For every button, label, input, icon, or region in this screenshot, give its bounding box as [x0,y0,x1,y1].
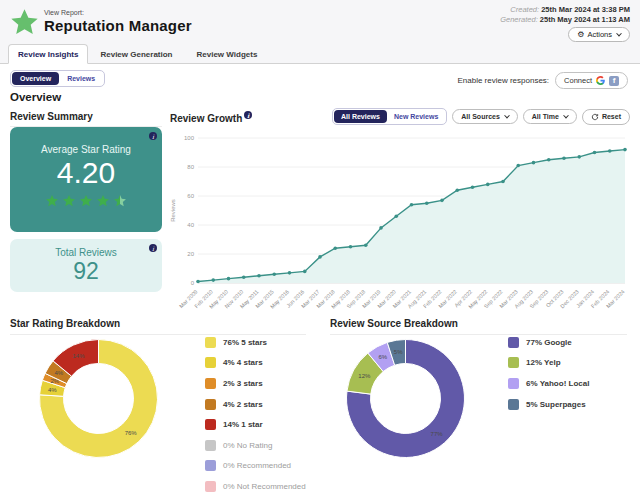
enable-review-responses-label: Enable review responses: [457,76,549,85]
star-icon [96,194,110,208]
reputation-manager-page: View Report: Reputation Manager Created:… [0,0,640,499]
main-content: Overview Reviews Enable review responses… [0,64,640,499]
info-icon[interactable]: i [149,132,157,140]
facebook-icon: f [609,76,619,86]
average-rating-label: Average Star Rating [10,144,162,155]
legend-swatch [205,337,216,348]
refresh-icon [591,113,599,121]
tab-review-insights[interactable]: Review Insights [8,44,88,64]
star-icon [62,194,76,208]
review-growth-chart: 020406080100ReviewsMar 2009Feb 2010May 2… [168,130,633,318]
legend-swatch [205,357,216,368]
legend-item[interactable]: 5% Superpages [508,394,589,415]
all-time-label: All Time [532,113,559,120]
overview-heading: Overview [10,91,61,103]
enable-review-responses: Enable review responses: Connect f [457,72,628,89]
tab-review-generation[interactable]: Review Generation [88,45,184,63]
all-time-dropdown[interactable]: All Time [523,109,577,124]
review-summary-title: Review Summary [10,111,162,127]
info-icon[interactable]: i [149,244,157,252]
chevron-down-icon [504,112,510,118]
source-breakdown-legend: 77% Google12% Yelp6% Yahoo! Local5% Supe… [508,332,589,414]
legend-label: 4% 2 stars [223,400,263,409]
overview-toggle-button[interactable]: Overview [12,72,59,85]
page-title: Reputation Manager [44,17,192,34]
total-reviews-label: Total Reviews [10,247,162,258]
info-icon[interactable]: i [244,111,252,119]
legend-item[interactable]: 6% Yahoo! Local [508,373,589,394]
legend-item[interactable]: 0% No Rating [205,435,306,456]
legend-item[interactable]: 0% Recommended [205,456,306,477]
google-icon [596,76,605,85]
legend-label: 12% Yelp [526,358,561,367]
generated-value: 25th May 2024 at 1:13 AM [540,15,630,24]
svg-text:6%: 6% [379,354,388,360]
actions-button[interactable]: ⚙ Actions [568,27,630,42]
connect-label: Connect [564,76,592,85]
legend-swatch [205,481,216,492]
created-value: 25th Mar 2024 at 3:38 PM [541,5,630,14]
svg-text:60: 60 [187,193,194,199]
svg-text:76%: 76% [125,430,138,436]
legend-swatch [508,399,519,410]
all-sources-label: All Sources [461,113,500,120]
legend-swatch [205,440,216,451]
legend-swatch [508,337,519,348]
star-icon [45,194,59,208]
legend-label: 0% Recommended [223,461,291,470]
legend-label: 5% Superpages [526,400,586,409]
svg-text:0: 0 [191,280,195,286]
legend-label: 14% 1 star [223,420,263,429]
growth-chart-controls: All Reviews New Reviews All Sources All … [332,108,630,125]
svg-text:80: 80 [187,164,194,170]
legend-label: 76% 5 stars [223,338,267,347]
reset-label: Reset [602,113,621,120]
all-reviews-button[interactable]: All Reviews [334,110,387,123]
total-reviews-value: 92 [10,258,162,284]
gear-icon: ⚙ [577,31,584,39]
legend-swatch [508,357,519,368]
all-sources-dropdown[interactable]: All Sources [452,109,518,124]
legend-label: 0% No Rating [223,441,272,450]
star-icon [113,194,127,208]
overview-reviews-toggle: Overview Reviews [10,70,105,87]
star-logo-icon [9,7,40,38]
legend-swatch [508,378,519,389]
reviews-filter-group: All Reviews New Reviews [332,108,447,125]
generated-label: Generated: [500,15,538,24]
reviews-toggle-button[interactable]: Reviews [59,72,103,85]
legend-item[interactable]: 2% 3 stars [205,373,306,394]
star-rating-display [10,194,162,208]
chevron-down-icon [616,30,622,36]
svg-text:40: 40 [187,222,194,228]
legend-item[interactable]: 4% 2 stars [205,394,306,415]
legend-item[interactable]: 77% Google [508,332,589,353]
report-meta: Created: 25th Mar 2024 at 3:38 PM Genera… [500,5,630,25]
svg-text:Reviews: Reviews [170,199,176,222]
view-report-label: View Report: [44,9,84,16]
star-breakdown-donut-chart: 76%4%2%4%14% [26,326,171,471]
svg-text:20: 20 [187,251,194,257]
legend-swatch [205,460,216,471]
new-reviews-button[interactable]: New Reviews [387,110,445,123]
legend-item[interactable]: 0% Not Recommended [205,476,306,497]
legend-swatch [205,399,216,410]
reset-button[interactable]: Reset [582,109,630,125]
legend-swatch [205,419,216,430]
legend-label: 2% 3 stars [223,379,263,388]
legend-item[interactable]: 14% 1 star [205,414,306,435]
legend-item[interactable]: 76% 5 stars [205,332,306,353]
tab-bar: Review Insights Review Generation Review… [0,46,640,64]
connect-button[interactable]: Connect f [555,72,628,89]
legend-item[interactable]: 4% 4 stars [205,353,306,374]
average-rating-card: i Average Star Rating 4.20 [10,127,162,232]
legend-item[interactable]: 12% Yelp [508,353,589,374]
legend-label: 6% Yahoo! Local [526,379,589,388]
tab-review-widgets[interactable]: Review Widgets [185,45,270,63]
star-icon [79,194,93,208]
total-reviews-card: i Total Reviews 92 [10,239,162,292]
svg-text:12%: 12% [358,373,371,379]
svg-text:77%: 77% [431,431,444,437]
star-breakdown-legend: 76% 5 stars4% 4 stars2% 3 stars4% 2 star… [205,332,306,497]
svg-text:5%: 5% [394,349,403,355]
